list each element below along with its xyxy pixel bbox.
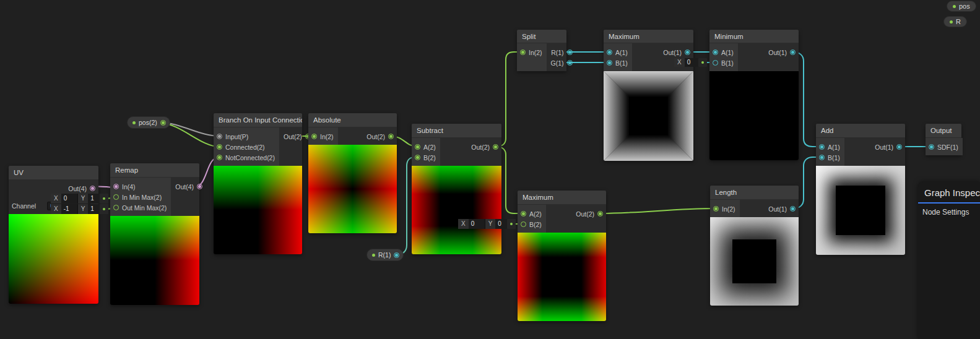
absolute-out-port[interactable] bbox=[388, 134, 394, 139]
output-sdf-port[interactable] bbox=[929, 144, 934, 150]
node-minimum[interactable]: Minimum A(1) B(1) Out(1) bbox=[709, 30, 799, 160]
edge-maximum2-to-length[interactable] bbox=[601, 208, 716, 213]
tab-node-settings[interactable]: Node Settings bbox=[918, 204, 980, 217]
node-title[interactable]: Output bbox=[926, 124, 961, 138]
port-label: Out(2) bbox=[366, 133, 385, 140]
port-label: R(1) bbox=[551, 49, 563, 56]
port-label: In(2) bbox=[722, 205, 735, 213]
node-branch-on-input-connection[interactable]: Branch On Input Connection Input(P) Conn… bbox=[214, 113, 302, 254]
length-in-port[interactable] bbox=[713, 206, 719, 212]
remap-inminmax-connector[interactable] bbox=[100, 194, 108, 204]
branch-notconnected-port[interactable] bbox=[217, 155, 222, 160]
port-label: Out(4) bbox=[68, 185, 87, 192]
blackboard-property-r[interactable]: R bbox=[943, 16, 967, 27]
uv-out-port[interactable] bbox=[90, 186, 95, 191]
split-g-port[interactable] bbox=[567, 60, 573, 66]
split-r-port[interactable] bbox=[567, 49, 573, 55]
maximum1-a-port[interactable] bbox=[607, 49, 612, 55]
subtract-out-port[interactable] bbox=[493, 144, 498, 150]
remap-in-port[interactable] bbox=[113, 184, 119, 189]
node-absolute[interactable]: Absolute In(2) Out(2) bbox=[308, 113, 397, 233]
node-add[interactable]: Add A(1) B(1) Out(1) bbox=[816, 124, 905, 255]
property-badge-pos[interactable]: pos(2) bbox=[127, 116, 170, 129]
x-chip: X bbox=[51, 194, 61, 204]
port-label: Out(2) bbox=[576, 210, 594, 218]
port-label: SDF(1) bbox=[937, 144, 958, 151]
property-dot-icon bbox=[372, 254, 375, 257]
node-title[interactable]: Absolute bbox=[308, 113, 397, 127]
remap-out-port[interactable] bbox=[197, 184, 202, 189]
minimum-b-connector[interactable] bbox=[698, 58, 707, 67]
node-uv[interactable]: UV Out(4) Channel UV0 bbox=[9, 166, 98, 304]
port-label: A(1) bbox=[828, 144, 840, 151]
node-title[interactable]: Subtract bbox=[412, 124, 501, 138]
maximum2-b-connector[interactable] bbox=[507, 219, 516, 229]
port-label: Out(2) bbox=[471, 144, 490, 151]
node-remap[interactable]: Remap In(4) In Min Max(2) Out Min Max(2)… bbox=[110, 163, 199, 305]
minimum-a-port[interactable] bbox=[713, 49, 718, 55]
port-label: Out(4) bbox=[175, 183, 194, 191]
node-title-label: Absolute bbox=[313, 116, 341, 124]
remap-outminmax-port[interactable] bbox=[113, 205, 119, 210]
node-maximum-2[interactable]: Maximum A(2) B(2) Out(2) bbox=[518, 191, 606, 321]
edge-pos-to-branch-connected[interactable] bbox=[160, 122, 219, 147]
property-dot-icon bbox=[953, 5, 956, 8]
branch-connected-port[interactable] bbox=[217, 144, 222, 150]
node-title[interactable]: Add bbox=[816, 124, 905, 138]
node-title[interactable]: Minimum bbox=[709, 30, 799, 43]
subtract-b-port[interactable] bbox=[415, 155, 420, 160]
node-title[interactable]: Split bbox=[517, 30, 566, 43]
x-value-field[interactable]: -1 bbox=[61, 204, 78, 214]
subtract-a-port[interactable] bbox=[415, 144, 420, 150]
node-title[interactable]: UV bbox=[9, 166, 98, 180]
maximum1-preview bbox=[604, 71, 693, 161]
y-chip: Y bbox=[78, 204, 89, 214]
shader-graph-canvas[interactable]: UV Out(4) Channel UV0 Remap In(4) In Min… bbox=[0, 0, 980, 339]
node-title[interactable]: Branch On Input Connection bbox=[214, 113, 302, 127]
y-chip: Y bbox=[485, 219, 496, 229]
graph-inspector-panel[interactable]: Graph Inspect Node Settings bbox=[918, 182, 980, 339]
node-title-label: Split bbox=[522, 33, 536, 40]
x-chip: X bbox=[674, 58, 685, 67]
port-label: B(2) bbox=[423, 154, 436, 161]
pos-out-port[interactable] bbox=[160, 120, 166, 126]
branch-input-port[interactable] bbox=[217, 134, 222, 139]
node-title[interactable]: Maximum bbox=[604, 30, 693, 43]
port-label: A(1) bbox=[721, 49, 734, 56]
length-out-port[interactable] bbox=[790, 206, 796, 212]
minimum-b-port[interactable] bbox=[713, 60, 718, 66]
maximum1-out-port[interactable] bbox=[685, 49, 690, 55]
maximum2-b-port[interactable] bbox=[521, 221, 526, 227]
x-value-field[interactable]: 0 bbox=[61, 194, 78, 204]
r-out-port[interactable] bbox=[394, 252, 399, 258]
node-split[interactable]: Split In(2) R(1) G(1) bbox=[517, 30, 566, 71]
maximum2-out-port[interactable] bbox=[597, 211, 603, 217]
port-label: B(2) bbox=[529, 221, 542, 228]
absolute-in-port[interactable] bbox=[311, 134, 317, 139]
port-label: Out(1) bbox=[768, 205, 787, 213]
add-b-port[interactable] bbox=[819, 155, 825, 160]
node-length[interactable]: Length In(2) Out(1) bbox=[710, 186, 799, 306]
property-badge-r[interactable]: R(1) bbox=[366, 249, 404, 261]
remap-inminmax-port[interactable] bbox=[113, 194, 119, 200]
port-label: A(2) bbox=[423, 144, 436, 151]
node-title[interactable]: Length bbox=[710, 186, 799, 200]
maximum2-a-port[interactable] bbox=[521, 211, 526, 217]
minimum-out-port[interactable] bbox=[790, 49, 796, 55]
split-in-port[interactable] bbox=[520, 49, 526, 55]
channel-label: Channel bbox=[12, 202, 36, 210]
node-subtract[interactable]: Subtract A(2) B(2) Out(2) bbox=[412, 124, 501, 254]
maximum2-b-fields: X0Y0 bbox=[458, 219, 512, 229]
maximum2-preview bbox=[518, 233, 606, 321]
node-title[interactable]: Remap bbox=[110, 163, 199, 178]
maximum1-b-port[interactable] bbox=[607, 60, 612, 66]
add-a-port[interactable] bbox=[819, 144, 825, 150]
remap-outminmax-connector[interactable] bbox=[100, 204, 108, 214]
x-value-field[interactable]: 0 bbox=[469, 219, 485, 229]
node-maximum-1[interactable]: Maximum A(1) B(1) Out(1) bbox=[604, 30, 693, 161]
node-title[interactable]: Maximum bbox=[518, 191, 606, 205]
branch-preview bbox=[214, 166, 302, 254]
node-output[interactable]: Output SDF(1) bbox=[926, 124, 961, 155]
add-out-port[interactable] bbox=[896, 144, 902, 150]
blackboard-property-pos[interactable]: pos bbox=[947, 1, 976, 12]
